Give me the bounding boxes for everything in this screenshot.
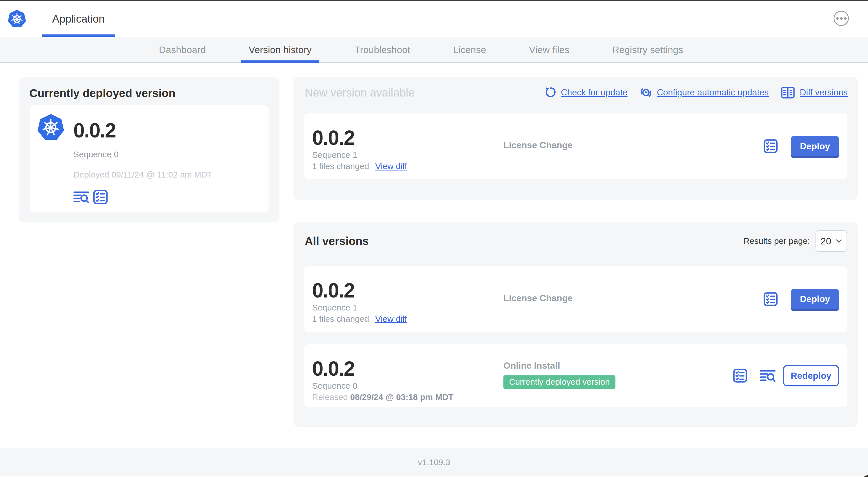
new-version-card: New version available Check for update: [293, 77, 858, 200]
view-diff-link[interactable]: View diff: [375, 314, 407, 324]
files-changed: 1 files changed: [312, 314, 369, 324]
chevron-down-icon: [836, 239, 842, 243]
deployed-version-number: 0.0.2: [73, 122, 213, 138]
check-for-update-link[interactable]: Check for update: [545, 87, 627, 98]
refresh-icon: [545, 87, 556, 98]
preflight-checks-icon[interactable]: [93, 190, 108, 204]
version-source: License Change: [503, 293, 572, 303]
configure-automatic-updates-link[interactable]: Configure automatic updates: [640, 87, 769, 98]
results-per-page-select[interactable]: 20: [815, 230, 847, 252]
console-version: v1.109.3: [417, 457, 450, 467]
section-tabs: Dashboard Version history Troubleshoot L…: [0, 37, 868, 63]
diff-versions-link[interactable]: Diff versions: [781, 87, 848, 98]
version-sequence: Sequence 1: [312, 150, 407, 160]
active-tab-underline: [241, 60, 319, 63]
tab-troubleshoot[interactable]: Troubleshoot: [347, 37, 417, 62]
tab-view-files[interactable]: View files: [522, 37, 577, 62]
tab-version-history[interactable]: Version history: [241, 37, 319, 62]
new-version-title: New version available: [305, 86, 414, 99]
preflight-checks-icon[interactable]: [733, 368, 747, 383]
cursor-artifact: [864, 475, 868, 477]
app-tab-label: Application: [52, 13, 105, 25]
deploy-button[interactable]: Deploy: [791, 289, 839, 309]
version-sequence: Sequence 1: [312, 303, 407, 312]
currently-deployed-title: Currently deployed version: [29, 87, 176, 100]
version-row: 0.0.2 Sequence 0 Released 08/29/24 @ 03:…: [304, 344, 847, 407]
version-source: Online Install: [503, 360, 615, 371]
all-versions-title: All versions: [305, 235, 369, 247]
more-menu-button[interactable]: [834, 11, 849, 26]
deployed-sequence: Sequence 0: [73, 150, 213, 159]
currently-deployed-card: Currently deployed version 0.0.2 Sequenc…: [19, 77, 279, 222]
released-timestamp: Released 08/29/24 @ 03:18 pm MDT: [312, 392, 454, 402]
version-row: 0.0.2 Sequence 1 1 files changedView dif…: [304, 266, 847, 332]
footer: v1.109.3: [0, 448, 868, 476]
tab-dashboard[interactable]: Dashboard: [152, 37, 213, 62]
app-header: Application: [0, 1, 868, 37]
view-logs-icon[interactable]: [73, 191, 89, 203]
version-number: 0.0.2: [312, 361, 454, 377]
version-sequence: Sequence 0: [312, 381, 454, 391]
preflight-checks-icon[interactable]: [763, 139, 778, 153]
tab-registry-settings[interactable]: Registry settings: [605, 37, 690, 62]
app-tab-active-underline: [42, 34, 115, 37]
currently-deployed-badge: Currently deployed version: [503, 376, 615, 389]
app-icon: [37, 113, 65, 141]
redeploy-button[interactable]: Redeploy: [783, 365, 839, 386]
files-changed: 1 files changed: [312, 161, 369, 171]
deploy-button[interactable]: Deploy: [791, 136, 839, 156]
all-versions-card: All versions Results per page: 20 0.0.2 …: [293, 222, 858, 427]
main-content: Currently deployed version 0.0.2 Sequenc…: [0, 63, 868, 448]
tab-application[interactable]: Application: [42, 1, 115, 37]
results-per-page-label: Results per page:: [744, 236, 810, 246]
tab-license[interactable]: License: [446, 37, 494, 62]
new-version-row: 0.0.2 Sequence 1 1 files changedView dif…: [304, 114, 847, 179]
version-number: 0.0.2: [312, 130, 407, 146]
diff-icon: [781, 87, 795, 98]
deployed-version-card: 0.0.2 Sequence 0 Deployed 09/11/24 @ 11:…: [30, 105, 269, 212]
version-number: 0.0.2: [312, 282, 407, 298]
clock-update-icon: [640, 87, 652, 98]
view-logs-icon[interactable]: [760, 370, 776, 382]
view-diff-link[interactable]: View diff: [375, 161, 407, 171]
version-source: License Change: [503, 140, 572, 150]
kubernetes-logo-icon: [7, 9, 27, 28]
deployed-timestamp: Deployed 09/11/24 @ 11:02 am MDT: [73, 170, 213, 180]
preflight-checks-icon[interactable]: [763, 292, 778, 306]
